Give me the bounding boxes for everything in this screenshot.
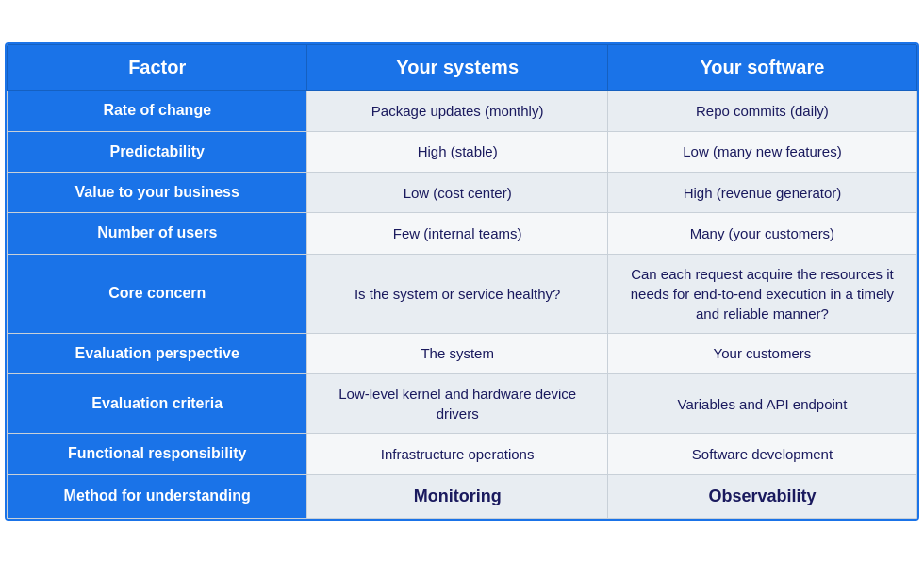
systems-cell: The system <box>307 333 607 373</box>
software-cell: Software development <box>607 434 916 474</box>
table-row: Rate of changePackage updates (monthly)R… <box>8 91 917 131</box>
software-cell: High (revenue generator) <box>607 173 916 213</box>
systems-cell: Low-level kernel and hardware device dri… <box>307 374 607 434</box>
factor-cell: Core concern <box>8 254 307 333</box>
systems-cell: Infrastructure operations <box>307 434 607 474</box>
table-row: Core concernIs the system or service hea… <box>8 254 917 333</box>
software-cell: Repo commits (daily) <box>607 91 916 131</box>
factor-cell: Value to your business <box>8 173 307 213</box>
header-systems: Your systems <box>307 45 607 91</box>
software-cell: Variables and API endpoint <box>607 374 916 434</box>
header-software: Your software <box>607 45 916 91</box>
table-row: Evaluation criteriaLow-level kernel and … <box>8 374 917 434</box>
header-factor: Factor <box>8 45 307 91</box>
software-cell: Your customers <box>607 333 916 373</box>
comparison-table: Factor Your systems Your software Rate o… <box>5 42 919 521</box>
software-cell: Many (your customers) <box>607 213 916 254</box>
factor-cell: Rate of change <box>8 91 307 131</box>
table-row: PredictabilityHigh (stable)Low (many new… <box>8 131 917 172</box>
software-cell: Can each request acquire the resources i… <box>607 254 916 333</box>
factor-cell: Method for understanding <box>8 474 307 518</box>
systems-cell: Low (cost center) <box>307 173 607 213</box>
systems-cell: Package updates (monthly) <box>307 91 607 131</box>
factor-cell: Number of users <box>8 213 307 254</box>
software-cell: Low (many new features) <box>607 131 916 172</box>
systems-cell: Is the system or service healthy? <box>307 254 607 333</box>
systems-cell: High (stable) <box>307 131 607 172</box>
table-row: Method for understandingMonitoringObserv… <box>8 474 917 518</box>
software-cell: Observability <box>607 474 916 518</box>
table-row: Number of usersFew (internal teams)Many … <box>8 213 917 254</box>
table-row: Functional responsibilityInfrastructure … <box>8 434 917 474</box>
systems-cell: Few (internal teams) <box>307 213 607 254</box>
factor-cell: Predictability <box>8 131 307 172</box>
factor-cell: Functional responsibility <box>8 434 307 474</box>
systems-cell: Monitoring <box>307 474 607 518</box>
table-row: Value to your businessLow (cost center)H… <box>8 173 917 213</box>
table-header-row: Factor Your systems Your software <box>8 45 917 91</box>
factor-cell: Evaluation criteria <box>8 374 307 434</box>
table-row: Evaluation perspectiveThe systemYour cus… <box>8 333 917 373</box>
factor-cell: Evaluation perspective <box>8 333 307 373</box>
